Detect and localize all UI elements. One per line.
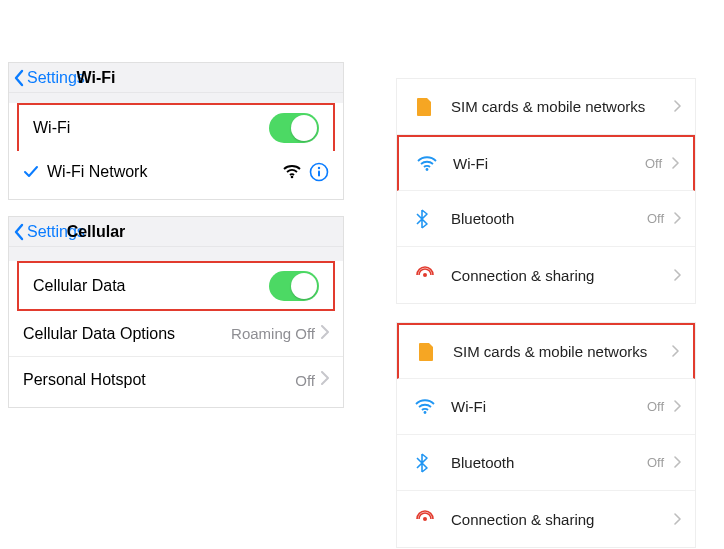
row-value: Off (647, 211, 664, 226)
chevron-right-icon (321, 371, 329, 389)
bluetooth-icon (415, 209, 451, 229)
checkmark-icon (23, 164, 39, 180)
ios-wifi-header: Settings Wi-Fi (9, 63, 343, 93)
bluetooth-row[interactable]: Bluetooth Off (397, 435, 695, 491)
bluetooth-row[interactable]: Bluetooth Off (397, 191, 695, 247)
cellular-toggle-switch[interactable] (269, 271, 319, 301)
row-label: Wi-Fi (451, 398, 647, 415)
share-icon (415, 266, 451, 284)
ios-wifi-panel: Settings Wi-Fi Wi-Fi Wi-Fi Network (8, 62, 344, 200)
row-value: Off (647, 399, 664, 414)
cellular-options-row[interactable]: Cellular Data Options Roaming Off (9, 311, 343, 357)
connection-sharing-row[interactable]: Connection & sharing (397, 247, 695, 303)
row-label: SIM cards & mobile networks (451, 98, 674, 115)
chevron-right-icon (674, 511, 681, 528)
wifi-row[interactable]: Wi-Fi Off (397, 379, 695, 435)
hotspot-value: Off (295, 372, 315, 389)
wifi-icon (417, 156, 453, 172)
bluetooth-icon (415, 453, 451, 473)
android-settings-panel-a: SIM cards & mobile networks Wi-Fi Off Bl… (396, 78, 696, 304)
spacer (9, 247, 343, 261)
info-icon[interactable] (309, 162, 329, 182)
chevron-right-icon (674, 210, 681, 227)
sim-icon (415, 97, 451, 117)
spacer (9, 93, 343, 103)
svg-point-6 (424, 411, 427, 414)
wifi-toggle-row[interactable]: Wi-Fi (17, 103, 335, 151)
connection-sharing-row[interactable]: Connection & sharing (397, 491, 695, 547)
row-label: Bluetooth (451, 454, 647, 471)
chevron-right-icon (672, 155, 679, 172)
wifi-toggle-switch[interactable] (269, 113, 319, 143)
sim-row[interactable]: SIM cards & mobile networks (397, 79, 695, 135)
cellular-toggle-label: Cellular Data (33, 277, 269, 295)
cellular-options-value: Roaming Off (231, 325, 315, 342)
ios-cellular-panel: Settings Cellular Cellular Data Cellular… (8, 216, 344, 408)
wifi-signal-icon (283, 165, 301, 179)
android-settings-panel-b: SIM cards & mobile networks Wi-Fi Off Bl… (396, 322, 696, 548)
chevron-right-icon (674, 267, 681, 284)
back-button[interactable]: Settings (9, 69, 85, 87)
ios-cellular-header: Settings Cellular (9, 217, 343, 247)
row-value: Off (645, 156, 662, 171)
chevron-right-icon (321, 325, 329, 343)
svg-point-4 (426, 168, 429, 171)
chevron-left-icon (13, 69, 25, 87)
chevron-right-icon (672, 343, 679, 360)
svg-point-2 (318, 167, 320, 169)
share-icon (415, 510, 451, 528)
svg-point-5 (423, 273, 427, 277)
svg-point-7 (423, 517, 427, 521)
chevron-right-icon (674, 98, 681, 115)
wifi-icon (415, 399, 451, 415)
wifi-toggle-label: Wi-Fi (33, 119, 269, 137)
cellular-options-label: Cellular Data Options (23, 325, 231, 343)
wifi-row[interactable]: Wi-Fi Off (397, 135, 695, 191)
svg-rect-3 (318, 171, 320, 177)
cellular-toggle-row[interactable]: Cellular Data (17, 261, 335, 311)
row-label: Connection & sharing (451, 267, 674, 284)
row-label: SIM cards & mobile networks (453, 343, 672, 360)
chevron-right-icon (674, 454, 681, 471)
chevron-left-icon (13, 223, 25, 241)
network-name: Wi-Fi Network (47, 163, 283, 181)
chevron-right-icon (674, 398, 681, 415)
hotspot-label: Personal Hotspot (23, 371, 295, 389)
sim-icon (417, 342, 453, 362)
svg-point-0 (291, 176, 294, 179)
row-label: Wi-Fi (453, 155, 645, 172)
row-label: Bluetooth (451, 210, 647, 227)
wifi-network-row[interactable]: Wi-Fi Network (9, 151, 343, 193)
sim-row[interactable]: SIM cards & mobile networks (397, 323, 695, 379)
back-label: Settings (27, 69, 85, 87)
hotspot-row[interactable]: Personal Hotspot Off (9, 357, 343, 403)
row-label: Connection & sharing (451, 511, 674, 528)
back-label: Settings (27, 223, 85, 241)
back-button[interactable]: Settings (9, 223, 85, 241)
row-value: Off (647, 455, 664, 470)
